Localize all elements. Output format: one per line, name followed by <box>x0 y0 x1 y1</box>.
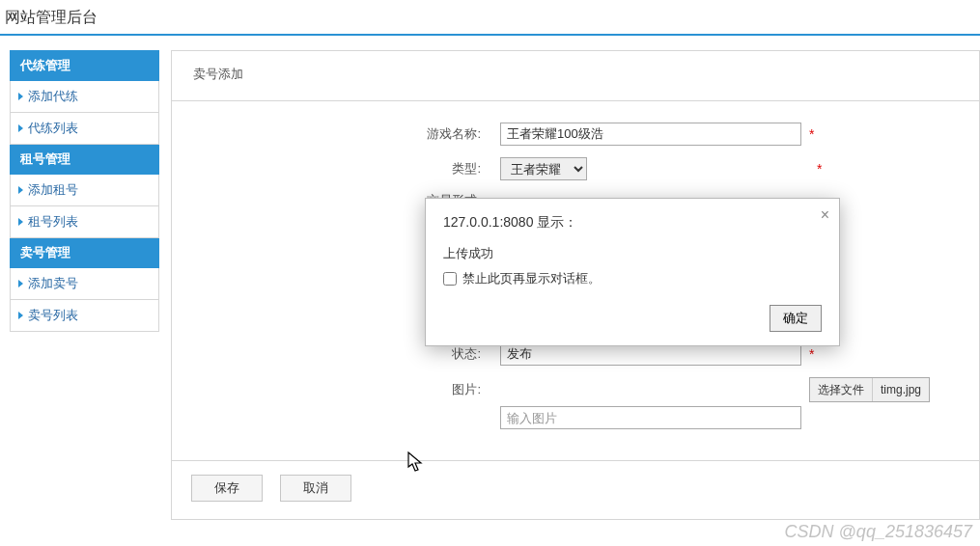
page-header: 网站管理后台 <box>0 0 980 36</box>
type-select[interactable]: 王者荣耀 <box>500 157 587 180</box>
sidebar: 代练管理 添加代练 代练列表 租号管理 添加租号 租号列表 卖号管理 添加卖号 … <box>10 50 159 520</box>
alert-dialog: × 127.0.0.1:8080 显示： 上传成功 禁止此页再显示对话框。 确定 <box>425 198 840 346</box>
label-game-name: 游戏名称: <box>191 125 500 143</box>
label-status: 状态: <box>191 345 500 363</box>
game-name-input[interactable] <box>500 123 801 146</box>
suppress-dialog-checkbox-row[interactable]: 禁止此页再显示对话框。 <box>443 270 822 287</box>
suppress-dialog-label: 禁止此页再显示对话框。 <box>462 270 601 287</box>
file-selected-name: timg.jpg <box>873 383 929 396</box>
save-button[interactable]: 保存 <box>191 475 263 502</box>
file-button-label: 选择文件 <box>810 378 873 401</box>
dialog-title: 127.0.0.1:8080 显示： <box>443 214 822 232</box>
cancel-button[interactable]: 取消 <box>280 475 351 502</box>
nav-group-maihao[interactable]: 卖号管理 <box>10 237 159 268</box>
sidebar-item-add-dailian[interactable]: 添加代练 <box>10 81 159 113</box>
dialog-message: 上传成功 <box>443 245 822 262</box>
watermark: CSDN @qq_251836457 <box>785 522 972 542</box>
page-title: 网站管理后台 <box>5 9 98 25</box>
required-star: * <box>809 346 814 362</box>
nav-group-dailian[interactable]: 代练管理 <box>10 50 159 81</box>
sidebar-item-add-zuhao[interactable]: 添加租号 <box>10 175 159 206</box>
dialog-ok-button[interactable]: 确定 <box>770 305 822 332</box>
sidebar-item-list-zuhao[interactable]: 租号列表 <box>10 206 159 238</box>
sidebar-item-list-dailian[interactable]: 代练列表 <box>10 113 159 145</box>
sidebar-item-add-maihao[interactable]: 添加卖号 <box>10 268 159 300</box>
nav-group-zuhao[interactable]: 租号管理 <box>10 144 159 175</box>
file-upload-button[interactable]: 选择文件 timg.jpg <box>809 377 930 402</box>
image-path-input[interactable] <box>500 406 801 429</box>
close-icon[interactable]: × <box>821 206 829 224</box>
sidebar-item-list-maihao[interactable]: 卖号列表 <box>10 300 159 332</box>
label-image: 图片: <box>191 377 500 398</box>
panel-title: 卖号添加 <box>172 51 979 91</box>
required-star: * <box>809 126 814 142</box>
suppress-dialog-checkbox[interactable] <box>443 272 457 286</box>
label-type: 类型: <box>191 160 500 177</box>
required-star: * <box>817 161 822 177</box>
